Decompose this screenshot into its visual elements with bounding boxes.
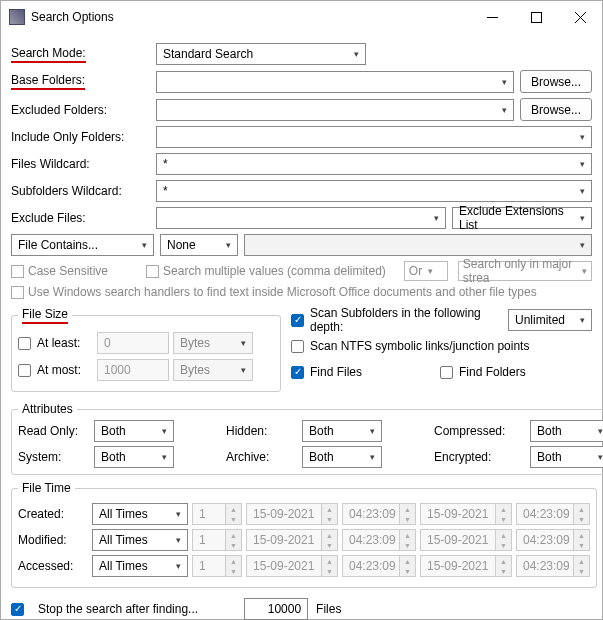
readonly-select[interactable]: Both▾: [94, 420, 174, 442]
accessed-to-date: 15-09-2021▲▼: [420, 555, 512, 577]
excluded-folders-input[interactable]: ▾: [156, 99, 514, 121]
subfolders-wildcard-input[interactable]: *▾: [156, 180, 592, 202]
compressed-select[interactable]: Both▾: [530, 420, 603, 442]
accessed-count-spinner: 1▲▼: [192, 555, 242, 577]
file-time-legend: File Time: [18, 481, 75, 495]
archive-label: Archive:: [226, 450, 296, 464]
win-handlers-checkbox: [11, 286, 24, 299]
stop-after-checkbox[interactable]: [11, 603, 24, 616]
search-mode-label: Search Mode:: [11, 46, 86, 63]
created-label: Created:: [18, 507, 88, 521]
exclude-files-input[interactable]: ▾: [156, 207, 446, 229]
chevron-down-icon: ▾: [576, 186, 589, 196]
file-contains-select[interactable]: File Contains...▾: [11, 234, 154, 256]
created-from-date: 15-09-2021▲▼: [246, 503, 338, 525]
titlebar: Search Options: [1, 1, 602, 33]
files-wildcard-input[interactable]: *▾: [156, 153, 592, 175]
archive-select[interactable]: Both▾: [302, 446, 382, 468]
hidden-select[interactable]: Both▾: [302, 420, 382, 442]
created-to-time: 04:23:09▲▼: [516, 503, 590, 525]
at-least-checkbox[interactable]: [18, 337, 31, 350]
chevron-down-icon: ▾: [576, 132, 589, 142]
case-sensitive-label: Case Sensitive: [28, 264, 108, 278]
file-time-group: File Time Created: All Times▾ 1▲▼ 15-09-…: [11, 481, 597, 588]
at-most-label: At most:: [37, 363, 97, 377]
created-mode-select[interactable]: All Times▾: [92, 503, 188, 525]
modified-to-date: 15-09-2021▲▼: [420, 529, 512, 551]
system-label: System:: [18, 450, 88, 464]
chevron-down-icon: ▾: [350, 49, 363, 59]
browse-excluded-button[interactable]: Browse...: [520, 98, 592, 121]
modified-count-spinner: 1▲▼: [192, 529, 242, 551]
scan-depth-select[interactable]: Unlimited▾: [508, 309, 592, 331]
chevron-down-icon: ▾: [576, 213, 589, 223]
at-least-label: At least:: [37, 336, 97, 350]
find-files-checkbox[interactable]: [291, 366, 304, 379]
readonly-label: Read Only:: [18, 424, 88, 438]
hidden-label: Hidden:: [226, 424, 296, 438]
modified-from-date: 15-09-2021▲▼: [246, 529, 338, 551]
find-folders-label: Find Folders: [459, 365, 526, 379]
encrypted-select[interactable]: Both▾: [530, 446, 603, 468]
stop-after-label: Stop the search after finding...: [38, 602, 198, 616]
accessed-label: Accessed:: [18, 559, 88, 573]
or-select: Or▾: [404, 261, 448, 281]
at-most-value: 1000: [97, 359, 169, 381]
stop-after-count-input[interactable]: [244, 598, 308, 620]
file-size-legend: File Size: [22, 307, 68, 324]
encrypted-label: Encrypted:: [434, 450, 524, 464]
find-folders-checkbox[interactable]: [440, 366, 453, 379]
file-contains-mode-select[interactable]: None▾: [160, 234, 238, 256]
at-most-unit-select: Bytes▾: [173, 359, 253, 381]
multi-values-checkbox: [146, 265, 159, 278]
base-folders-label: Base Folders:: [11, 73, 85, 90]
accessed-from-date: 15-09-2021▲▼: [246, 555, 338, 577]
include-only-input[interactable]: ▾: [156, 126, 592, 148]
chevron-down-icon: ▾: [498, 77, 511, 87]
app-icon: [9, 9, 25, 25]
scan-subfolders-label: Scan Subfolders in the following depth:: [310, 306, 508, 334]
scan-subfolders-checkbox[interactable]: [291, 314, 304, 327]
major-streams-select: Search only in major strea▾: [458, 261, 592, 281]
accessed-from-time: 04:23:09▲▼: [342, 555, 416, 577]
chevron-down-icon: ▾: [576, 159, 589, 169]
file-contains-text-input[interactable]: ▾: [244, 234, 592, 256]
system-select[interactable]: Both▾: [94, 446, 174, 468]
created-from-time: 04:23:09▲▼: [342, 503, 416, 525]
scan-ntfs-label: Scan NTFS symbolic links/junction points: [310, 339, 529, 353]
search-options-window: Search Options Search Mode: Standard Sea…: [0, 0, 603, 620]
base-folders-input[interactable]: ▾: [156, 71, 514, 93]
case-sensitive-checkbox: [11, 265, 24, 278]
accessed-mode-select[interactable]: All Times▾: [92, 555, 188, 577]
created-to-date: 15-09-2021▲▼: [420, 503, 512, 525]
window-title: Search Options: [31, 10, 470, 24]
subfolders-wildcard-label: Subfolders Wildcard:: [11, 184, 156, 198]
exclude-extensions-select[interactable]: Exclude Extensions List▾: [452, 207, 592, 229]
search-mode-select[interactable]: Standard Search▾: [156, 43, 366, 65]
stop-after-unit: Files: [316, 602, 341, 616]
modified-label: Modified:: [18, 533, 88, 547]
scan-ntfs-checkbox[interactable]: [291, 340, 304, 353]
attributes-group: Attributes Read Only: Both▾ Hidden: Both…: [11, 402, 603, 475]
modified-to-time: 04:23:09▲▼: [516, 529, 590, 551]
include-only-label: Include Only Folders:: [11, 130, 156, 144]
close-button[interactable]: [558, 2, 602, 32]
at-least-value: 0: [97, 332, 169, 354]
chevron-down-icon: ▾: [576, 240, 589, 250]
svg-rect-1: [531, 12, 541, 22]
minimize-button[interactable]: [470, 2, 514, 32]
accessed-to-time: 04:23:09▲▼: [516, 555, 590, 577]
at-least-unit-select: Bytes▾: [173, 332, 253, 354]
compressed-label: Compressed:: [434, 424, 524, 438]
chevron-down-icon: ▾: [222, 240, 235, 250]
browse-base-button[interactable]: Browse...: [520, 70, 592, 93]
modified-mode-select[interactable]: All Times▾: [92, 529, 188, 551]
multi-values-label: Search multiple values (comma delimited): [163, 264, 386, 278]
file-size-group: File Size At least: 0 Bytes▾ At most: 10…: [11, 307, 281, 392]
files-wildcard-label: Files Wildcard:: [11, 157, 156, 171]
maximize-button[interactable]: [514, 2, 558, 32]
modified-from-time: 04:23:09▲▼: [342, 529, 416, 551]
at-most-checkbox[interactable]: [18, 364, 31, 377]
excluded-folders-label: Excluded Folders:: [11, 103, 156, 117]
find-files-label: Find Files: [310, 365, 440, 379]
